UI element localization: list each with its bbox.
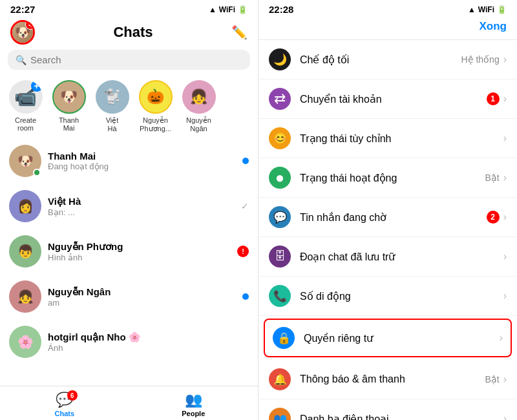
settings-icon-tin-nhan: 💬 [269,206,291,228]
status-bar-right: 22:28 ▲ WiFi 🔋 [258,0,517,17]
badge-tin-nhan: 2 [487,211,500,224]
settings-icon-danh-ba: 👥 [269,408,291,420]
story-thanh-mai[interactable]: 🐶 ThanhMai [51,80,87,133]
settings-item-danh-ba[interactable]: 👥 Danh bạ điện thoại › [258,399,517,420]
settings-item-tin-nhan[interactable]: 💬 Tin nhắn đang chờ 2 › [258,198,517,237]
close-button[interactable]: Xong [480,20,507,33]
tab-chats-label: Chats [54,410,74,417]
settings-item-so-di-dong[interactable]: 📞 Số di động › [258,277,517,316]
story-viet-ha[interactable]: 🐩 ViệtHà [94,80,130,133]
story-nguyen-phuong[interactable]: 🎃 NguyễnPhương... [138,80,173,133]
settings-label-luu-tru: Đoạn chat đã lưu trữ [300,251,503,263]
settings-icon-so-di-dong: 📞 [269,285,291,307]
time-left: 22:27 [10,4,35,15]
settings-icon-thong-bao: 🔔 [269,368,291,390]
story-nguyen-ngan[interactable]: 👧 NguyễnNgân [181,80,216,133]
story-create-room[interactable]: 📹 + Createroom [8,80,43,133]
settings-item-hoat-dong[interactable]: ● Trạng thái hoạt động Bật › [258,158,517,198]
chats-title: Chats [35,24,231,41]
chat-info-5: hotgirl quận Nho 🌸 Ảnh [48,331,249,353]
tab-people-icon: 👥 [185,392,202,408]
chat-avatar-2: 👩 [9,190,41,222]
settings-list: 🌙 Chế độ tối Hệ thống › ⇄ Chuyển tài kho… [258,40,517,420]
chat-name-1: Thanh Mai [48,151,242,162]
search-input[interactable] [30,54,242,65]
story-avatar-thanh-mai: 🐶 [52,80,86,114]
settings-label-hoat-dong: Trạng thái hoạt động [300,172,485,184]
settings-label-chuyen-tai-khoan: Chuyển tài khoản [300,93,487,105]
chat-name-5: hotgirl quận Nho 🌸 [48,331,249,343]
tab-people[interactable]: 👥 People [129,392,258,417]
settings-label-quyen-rieng-tu: Quyền riêng tư [304,332,500,344]
profile-avatar[interactable]: 🐶 4 [10,20,35,45]
chat-item-5[interactable]: 🌸 hotgirl quận Nho 🌸 Ảnh [0,319,258,364]
settings-icon-quyen-rieng-tu: 🔒 [273,327,295,349]
status-bar-left: 22:27 ▲ WiFi 🔋 [0,0,258,17]
tab-chats[interactable]: 💬 6 Chats [0,392,129,417]
chevron-icon-tin-nhan: › [503,211,507,223]
chat-preview-5: Ảnh [48,343,249,353]
chat-item-2[interactable]: 👩 Việt Hà Bạn: ... ✓ [0,184,258,229]
badge-chuyen: 1 [487,92,500,105]
settings-label-thong-bao: Thông báo & âm thanh [300,373,485,385]
edit-icon[interactable]: ✏️ [231,25,248,40]
settings-sub-che-do-toi: Hệ thống [461,54,499,65]
settings-right-che-do-toi: Hệ thống › [461,54,507,65]
chat-preview-2: Bạn: ... [48,207,241,217]
settings-right-luu-tru: › [503,251,507,262]
story-avatar-nguyen-ngan: 👧 [182,80,216,114]
settings-item-luu-tru[interactable]: 🗄 Đoạn chat đã lưu trữ › [258,237,517,277]
chat-info-2: Việt Hà Bạn: ... [48,196,241,217]
tab-people-label: People [182,410,205,417]
settings-icon-hoat-dong: ● [269,167,291,189]
settings-sub-hoat-dong: Bật [485,173,499,183]
chat-item-3[interactable]: 👦 Nguyễn Phương Hình ảnh ! [0,229,258,274]
settings-icon-trang-thai: 😊 [269,127,291,149]
story-label-nguyen-ngan: NguyễnNgân [186,116,211,132]
unread-dot-1 [242,158,249,164]
settings-right-hoat-dong: Bật › [485,172,507,184]
settings-sub-thong-bao: Bật [485,374,499,384]
right-header: Xong [258,17,517,40]
chevron-icon-luu-tru: › [503,251,507,262]
left-panel: 22:27 ▲ WiFi 🔋 🐶 4 Chats ✏️ 🔍 📹 + Create… [0,0,258,420]
settings-label-che-do-toi: Chế độ tối [300,54,461,66]
settings-item-thong-bao[interactable]: 🔔 Thông báo & âm thanh Bật › [258,360,517,399]
chat-avatar-1: 🐶 [9,145,41,177]
search-icon: 🔍 [16,55,26,65]
check-icon-2: ✓ [241,201,249,211]
settings-label-trang-thai: Trạng thái tùy chỉnh [300,132,503,145]
chat-avatar-5: 🌸 [9,326,41,358]
chevron-icon-hoat-dong: › [503,172,507,184]
chat-avatar-3: 👦 [9,235,41,268]
story-label-viet-ha: ViệtHà [106,116,119,132]
chat-item-4[interactable]: 👧 Nguyễn Ngân am [0,274,258,319]
bottom-tabs: 💬 6 Chats 👥 People [0,386,258,420]
settings-icon-luu-tru: 🗄 [269,246,291,268]
settings-item-chuyen-tai-khoan[interactable]: ⇄ Chuyển tài khoản 1 › [258,79,517,119]
story-label-create: Createroom [15,116,36,132]
chat-meta-2: ✓ [241,201,249,211]
chat-preview-1: Đang hoạt động [48,162,242,171]
chat-preview-3: Hình ảnh [48,253,237,262]
chevron-icon-thong-bao: › [503,373,507,385]
chat-name-2: Việt Hà [48,196,241,207]
settings-item-che-do-toi[interactable]: 🌙 Chế độ tối Hệ thống › [258,40,517,79]
settings-right-quyen: › [500,332,503,344]
status-icons-right: ▲ WiFi 🔋 [468,5,507,14]
chat-name-3: Nguyễn Phương [48,241,237,253]
chat-item-1[interactable]: 🐶 Thanh Mai Đang hoạt động [0,138,258,184]
search-bar[interactable]: 🔍 [8,50,250,70]
right-panel: 22:28 ▲ WiFi 🔋 Xong 🌙 Chế độ tối Hệ thốn… [258,0,517,420]
settings-label-danh-ba: Danh bạ điện thoại [300,413,503,421]
chat-preview-4: am [48,298,242,308]
unread-red-3: ! [237,246,249,257]
settings-label-so-di-dong: Số di động [300,290,503,302]
settings-item-quyen-rieng-tu[interactable]: 🔒 Quyền riêng tư › [264,319,512,357]
chat-name-4: Nguyễn Ngân [48,286,242,298]
settings-right-trang-thai: › [503,132,507,144]
chat-avatar-4: 👧 [9,280,41,313]
time-right: 22:28 [269,4,293,15]
settings-item-trang-thai[interactable]: 😊 Trạng thái tùy chỉnh › [258,119,517,158]
chevron-icon-so-di-dong: › [503,290,507,302]
